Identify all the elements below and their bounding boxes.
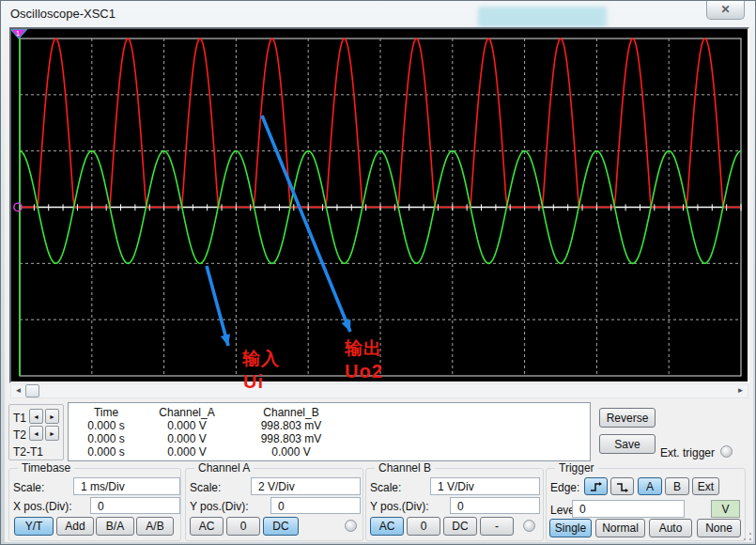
trigger-level-unit-select[interactable]: V [711,500,740,518]
cursor-panel: T1 ◄ ► T2 ◄ ► T2-T1 [8,404,64,460]
scroll-right-button[interactable]: ► [733,384,748,397]
trigger-title: Trigger [555,461,598,475]
oscilloscope-window: Oscilloscope-XSC1 ✕ 1 输入 Ui 输出 Uo2 ◄ ► T… [0,0,756,545]
t1-left-button[interactable]: ◄ [29,409,43,424]
timebase-ab-button[interactable]: A/B [136,517,174,536]
left-arrow-icon: ◄ [33,430,39,437]
channel-b-dc-button[interactable]: DC [443,517,477,536]
channel-a-ypos-label: Y pos.(Div): [190,500,248,513]
t2t1-channel-b: 0.000 V [239,445,343,459]
channel-b-zero-button[interactable]: 0 [407,517,440,536]
measurement-readout: Time Channel_A Channel_B 0.000 s 0.000 V… [68,402,591,461]
timebase-ba-button[interactable]: B/A [96,517,134,536]
channel-a-dc-button[interactable]: DC [263,517,299,536]
aero-glass-artifact [478,7,607,27]
scroll-thumb[interactable] [25,384,39,397]
trigger-source-b-button[interactable]: B [665,477,689,495]
scroll-left-button[interactable]: ◄ [11,384,25,397]
timebase-add-button[interactable]: Add [56,517,94,536]
close-icon: ✕ [720,3,730,16]
resize-grip[interactable] [743,532,752,541]
scroll-left-icon: ◄ [15,386,23,395]
ext-trigger-label: Ext. trigger [660,446,715,459]
channel-b-connector [523,520,535,532]
display-scrollbar[interactable]: ◄ ► [10,383,748,398]
timebase-xpos-label: X pos.(Div): [13,500,72,513]
channel-b-ac-button[interactable]: AC [370,517,404,536]
cursor-t2t1-label: T2-T1 [13,445,43,459]
channel-b-minus-button[interactable]: - [480,517,514,536]
annotation-input-symbol: Ui [243,371,264,393]
channel-b-ypos-label: Y pos.(Div): [370,500,428,513]
channel-b-scale-label: Scale: [370,481,401,494]
channel-a-ypos-field[interactable]: 0 [270,497,361,514]
cursor-t1-label: T1 [13,412,26,425]
channel-b-scale-field[interactable]: 1 V/Div [430,477,540,495]
channel-b-ypos-field[interactable]: 0 [450,497,540,514]
trigger-rising-edge-button[interactable] [584,477,608,495]
timebase-xpos-field[interactable]: 0 [90,497,180,514]
readout-row-t2: 0.000 s 0.000 V 998.803 mV [78,432,585,445]
trigger-normal-button[interactable]: Normal [595,519,645,537]
save-button[interactable]: Save [599,434,656,454]
left-arrow-icon: ◄ [33,413,39,420]
t2-right-button[interactable]: ► [45,426,59,441]
timebase-title: Timebase [18,461,74,475]
channel-a-ac-button[interactable]: AC [190,517,224,536]
annotation-output-symbol: Uo2 [345,361,383,382]
trigger-edge-label: Edge: [550,481,579,494]
right-arrow-icon: ► [49,430,55,437]
channel-b-title: Channel B [375,461,435,475]
trigger-source-a-button[interactable]: A [638,477,662,495]
t2-channel-b: 998.803 mV [239,432,343,445]
falling-edge-icon [616,481,629,492]
channel-a-connector [345,520,357,532]
right-arrow-icon: ► [49,413,55,420]
readout-row-t1: 0.000 s 0.000 V 998.803 mV [78,419,585,432]
readout-header-row: Time Channel_A Channel_B [78,406,585,419]
t1-time: 0.000 s [78,419,134,432]
channel-a-title: Channel A [194,461,254,475]
reverse-button[interactable]: Reverse [599,408,656,428]
col-header-channel-b: Channel_B [239,406,343,419]
trigger-source-ext-button[interactable]: Ext [692,477,719,495]
trigger-single-button[interactable]: Single [549,519,592,537]
svg-text:1: 1 [16,30,20,37]
t1-channel-b: 998.803 mV [239,419,343,432]
title-bar[interactable]: Oscilloscope-XSC1 ✕ [1,1,755,27]
annotation-input-cn: 输入 [242,347,280,371]
t2-channel-a: 0.000 V [134,432,239,445]
t2-left-button[interactable]: ◄ [29,426,43,441]
channel-a-scale-field[interactable]: 2 V/Div [251,477,361,495]
trigger-none-button[interactable]: None [697,519,741,537]
waveform-plot: 1 [11,29,748,382]
t2-time: 0.000 s [78,432,134,445]
window-title: Oscilloscope-XSC1 [10,7,116,21]
oscilloscope-display[interactable]: 1 [9,27,749,383]
channel-a-scale-label: Scale: [190,481,221,494]
timebase-yt-button[interactable]: Y/T [14,517,54,536]
annotation-output-cn: 输出 [345,336,382,361]
t1-channel-a: 0.000 V [134,419,239,432]
t1-right-button[interactable]: ► [45,409,59,424]
close-button[interactable]: ✕ [706,1,745,20]
col-header-time: Time [78,406,134,419]
trigger-level-field[interactable]: 0 [572,500,685,518]
t2t1-time: 0.000 s [78,445,134,459]
channel-a-zero-button[interactable]: 0 [226,517,260,536]
readout-row-t2t1: 0.000 s 0.000 V 0.000 V [78,445,585,459]
timebase-scale-field[interactable]: 1 ms/Div [73,477,180,495]
col-header-channel-a: Channel_A [134,406,239,419]
timebase-scale-label: Scale: [13,481,44,494]
rising-edge-icon [590,481,603,492]
ext-trigger-connector [720,445,733,458]
scroll-right-icon: ► [737,386,745,395]
t2t1-channel-a: 0.000 V [134,445,239,459]
trigger-falling-edge-button[interactable] [610,477,634,495]
cursor-t2-label: T2 [13,428,26,442]
trigger-auto-button[interactable]: Auto [649,519,692,537]
